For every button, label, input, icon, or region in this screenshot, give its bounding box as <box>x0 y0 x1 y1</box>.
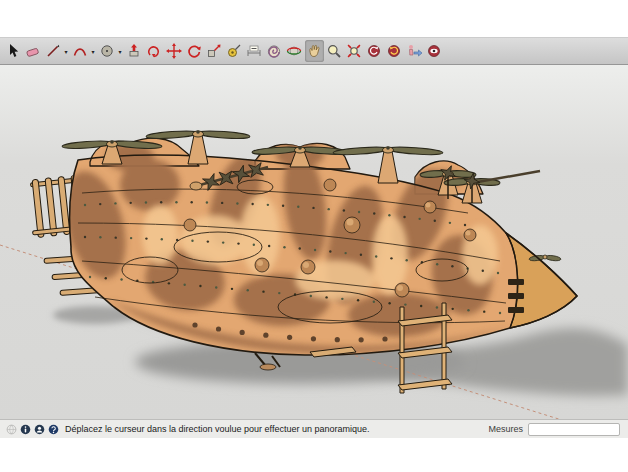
status-bar: Déplacez le curseur dans la direction vo… <box>0 419 628 438</box>
tool-follow-me[interactable] <box>145 40 164 62</box>
tool-position-camera[interactable] <box>405 40 424 62</box>
tool-zoom[interactable] <box>325 40 344 62</box>
tool-dimension[interactable] <box>245 40 264 62</box>
measurements-input[interactable] <box>528 423 620 436</box>
tool-paint-bucket[interactable] <box>265 40 284 62</box>
tool-scale[interactable] <box>205 40 224 62</box>
model-scene <box>0 65 628 419</box>
tool-pan[interactable] <box>305 40 324 62</box>
tool-select[interactable] <box>4 40 23 62</box>
status-message: Déplacez le curseur dans la direction vo… <box>65 424 370 434</box>
info-icon[interactable] <box>20 424 31 435</box>
bow-cone <box>506 233 577 328</box>
tool-circle-dropdown-icon[interactable]: ▾ <box>116 48 124 55</box>
tool-previous-view[interactable] <box>365 40 384 62</box>
tool-orbit[interactable] <box>285 40 304 62</box>
tool-look-around[interactable] <box>425 40 444 62</box>
measurements-label: Mesures <box>488 424 523 434</box>
tool-circle[interactable] <box>98 40 117 62</box>
tool-arc[interactable] <box>71 40 90 62</box>
tool-line-dropdown-icon[interactable]: ▾ <box>62 48 70 55</box>
status-icons <box>6 424 59 435</box>
viewport[interactable] <box>0 65 628 419</box>
tool-rotate[interactable] <box>185 40 204 62</box>
credits-icon[interactable] <box>34 424 45 435</box>
tool-line[interactable] <box>44 40 63 62</box>
tool-tape-measure[interactable] <box>225 40 244 62</box>
tool-move[interactable] <box>165 40 184 62</box>
tool-push-pull[interactable] <box>125 40 144 62</box>
help-icon[interactable] <box>48 424 59 435</box>
tool-arc-dropdown-icon[interactable]: ▾ <box>89 48 97 55</box>
sketchup-window: ▾▾▾ <box>0 37 628 438</box>
geolocation-icon[interactable] <box>6 424 17 435</box>
tool-eraser[interactable] <box>24 40 43 62</box>
toolbar: ▾▾▾ <box>0 37 628 65</box>
tool-next-view[interactable] <box>385 40 404 62</box>
tool-zoom-extents[interactable] <box>345 40 364 62</box>
